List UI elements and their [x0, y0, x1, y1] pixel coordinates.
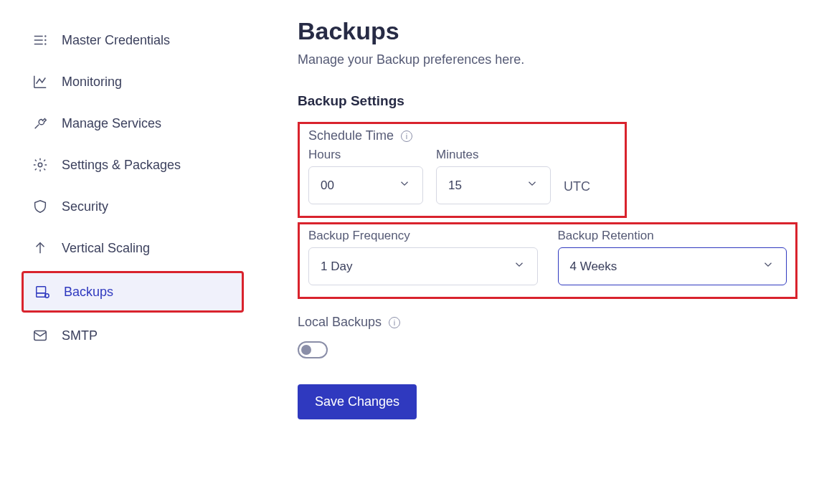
chart-icon [32, 73, 49, 90]
sidebar-item-security[interactable]: Security [22, 188, 244, 225]
svg-rect-10 [37, 287, 46, 293]
list-icon [32, 32, 49, 49]
svg-point-3 [45, 36, 46, 37]
sidebar-item-smtp[interactable]: SMTP [22, 317, 244, 354]
sidebar-item-monitoring[interactable]: Monitoring [22, 63, 244, 100]
sidebar-item-label: Manage Services [62, 116, 161, 131]
schedule-time-label: Schedule Time [308, 128, 394, 143]
svg-rect-13 [34, 331, 47, 341]
sidebar-item-manage-services[interactable]: Manage Services [22, 105, 244, 142]
sidebar: Master Credentials Monitoring Manage Ser… [0, 0, 258, 504]
info-icon[interactable]: i [401, 130, 412, 142]
hours-value: 00 [321, 179, 334, 193]
retention-select[interactable]: 4 Weeks [558, 247, 787, 285]
settings-title: Backup Settings [298, 93, 797, 109]
info-icon[interactable]: i [389, 317, 400, 328]
frequency-value: 1 Day [321, 260, 352, 274]
chevron-down-icon [513, 258, 526, 275]
save-changes-button[interactable]: Save Changes [298, 384, 417, 419]
chevron-down-icon [762, 258, 775, 275]
hours-label: Hours [308, 148, 423, 162]
sidebar-item-label: SMTP [62, 328, 98, 343]
sidebar-item-label: Backups [64, 285, 113, 300]
svg-rect-11 [37, 293, 46, 298]
schedule-time-box: Schedule Time i Hours 00 Minutes 15 [298, 122, 627, 218]
mail-icon [32, 327, 49, 344]
sidebar-item-backups[interactable]: Backups [22, 271, 244, 313]
sidebar-item-label: Monitoring [62, 75, 122, 90]
sidebar-item-label: Security [62, 199, 108, 214]
main-content: Backups Manage your Backup preferences h… [258, 0, 819, 504]
toggle-knob [301, 345, 311, 355]
local-backups-toggle[interactable] [298, 341, 328, 358]
minutes-select[interactable]: 15 [436, 166, 551, 204]
svg-point-4 [45, 40, 46, 41]
timezone-label: UTC [564, 179, 590, 204]
frequency-retention-box: Backup Frequency 1 Day Backup Retention … [298, 222, 797, 299]
chevron-down-icon [526, 177, 539, 194]
frequency-select[interactable]: 1 Day [308, 247, 538, 285]
wrench-icon [32, 115, 49, 132]
retention-label: Backup Retention [558, 229, 787, 243]
sidebar-item-label: Settings & Packages [62, 158, 181, 173]
chevron-down-icon [398, 177, 411, 194]
hours-select[interactable]: 00 [308, 166, 423, 204]
sidebar-item-label: Master Credentials [62, 33, 170, 48]
minutes-label: Minutes [436, 148, 551, 162]
sidebar-item-settings-packages[interactable]: Settings & Packages [22, 146, 244, 184]
backup-icon [34, 283, 51, 300]
svg-point-8 [38, 163, 42, 167]
page-title: Backups [298, 17, 797, 45]
local-backups-label: Local Backups [298, 315, 382, 330]
frequency-label: Backup Frequency [308, 229, 538, 243]
sidebar-item-master-credentials[interactable]: Master Credentials [22, 22, 244, 59]
retention-value: 4 Weeks [570, 260, 617, 274]
svg-point-5 [45, 44, 46, 44]
minutes-value: 15 [448, 179, 462, 193]
shield-icon [32, 198, 49, 215]
sidebar-item-vertical-scaling[interactable]: Vertical Scaling [22, 229, 244, 267]
page-subtitle: Manage your Backup preferences here. [298, 52, 797, 67]
gear-icon [32, 156, 49, 173]
arrow-up-icon [32, 239, 49, 257]
sidebar-item-label: Vertical Scaling [62, 241, 150, 256]
